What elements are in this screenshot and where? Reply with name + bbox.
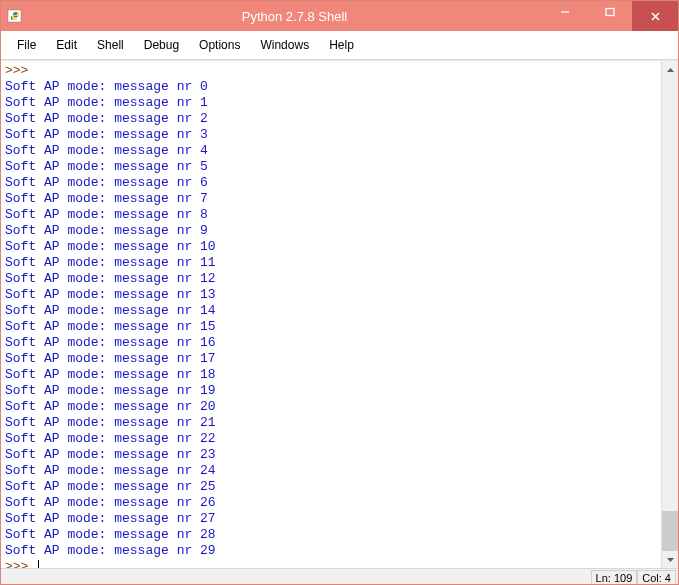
output-line: Soft AP mode: message nr 9 bbox=[5, 223, 208, 238]
maximize-button[interactable] bbox=[587, 1, 632, 22]
output-line: Soft AP mode: message nr 0 bbox=[5, 79, 208, 94]
output-line: Soft AP mode: message nr 26 bbox=[5, 495, 216, 510]
python-idle-icon bbox=[7, 8, 23, 24]
output-line: Soft AP mode: message nr 13 bbox=[5, 287, 216, 302]
output-line: Soft AP mode: message nr 2 bbox=[5, 111, 208, 126]
text-cursor bbox=[38, 560, 39, 568]
menu-file[interactable]: File bbox=[7, 35, 46, 55]
window-title: Python 2.7.8 Shell bbox=[47, 9, 542, 24]
output-line: Soft AP mode: message nr 28 bbox=[5, 527, 216, 542]
menu-windows[interactable]: Windows bbox=[250, 35, 319, 55]
scroll-thumb[interactable] bbox=[662, 511, 678, 551]
output-line: Soft AP mode: message nr 11 bbox=[5, 255, 216, 270]
output-line: Soft AP mode: message nr 24 bbox=[5, 463, 216, 478]
menu-options[interactable]: Options bbox=[189, 35, 250, 55]
prompt: >>> bbox=[5, 63, 28, 78]
svg-point-1 bbox=[13, 12, 14, 13]
output-line: Soft AP mode: message nr 3 bbox=[5, 127, 208, 142]
window-controls bbox=[542, 1, 678, 31]
output-line: Soft AP mode: message nr 17 bbox=[5, 351, 216, 366]
output-line: Soft AP mode: message nr 21 bbox=[5, 415, 216, 430]
menu-edit[interactable]: Edit bbox=[46, 35, 87, 55]
content-area: >>> Soft AP mode: message nr 0 Soft AP m… bbox=[1, 60, 678, 568]
svg-rect-4 bbox=[606, 8, 614, 15]
scroll-track[interactable] bbox=[662, 78, 678, 551]
svg-point-2 bbox=[15, 18, 16, 19]
output-line: Soft AP mode: message nr 27 bbox=[5, 511, 216, 526]
output-line: Soft AP mode: message nr 8 bbox=[5, 207, 208, 222]
shell-editor[interactable]: >>> Soft AP mode: message nr 0 Soft AP m… bbox=[1, 61, 661, 568]
output-line: Soft AP mode: message nr 20 bbox=[5, 399, 216, 414]
output-line: Soft AP mode: message nr 14 bbox=[5, 303, 216, 318]
output-line: Soft AP mode: message nr 1 bbox=[5, 95, 208, 110]
output-line: Soft AP mode: message nr 16 bbox=[5, 335, 216, 350]
status-col: Col: 4 bbox=[637, 570, 676, 585]
output-line: Soft AP mode: message nr 7 bbox=[5, 191, 208, 206]
scroll-down-button[interactable] bbox=[662, 551, 678, 568]
menubar: File Edit Shell Debug Options Windows He… bbox=[1, 31, 678, 60]
titlebar: Python 2.7.8 Shell bbox=[1, 1, 678, 31]
output-line: Soft AP mode: message nr 15 bbox=[5, 319, 216, 334]
menu-debug[interactable]: Debug bbox=[134, 35, 189, 55]
close-button[interactable] bbox=[632, 1, 678, 31]
output-line: Soft AP mode: message nr 22 bbox=[5, 431, 216, 446]
minimize-button[interactable] bbox=[542, 1, 587, 22]
output-line: Soft AP mode: message nr 18 bbox=[5, 367, 216, 382]
vertical-scrollbar[interactable] bbox=[661, 61, 678, 568]
status-line: Ln: 109 bbox=[591, 570, 638, 585]
output-line: Soft AP mode: message nr 23 bbox=[5, 447, 216, 462]
prompt: >>> bbox=[5, 559, 36, 568]
output-line: Soft AP mode: message nr 25 bbox=[5, 479, 216, 494]
menu-shell[interactable]: Shell bbox=[87, 35, 134, 55]
titlebar-left bbox=[7, 8, 47, 24]
output-line: Soft AP mode: message nr 4 bbox=[5, 143, 208, 158]
output-line: Soft AP mode: message nr 19 bbox=[5, 383, 216, 398]
output-line: Soft AP mode: message nr 6 bbox=[5, 175, 208, 190]
scroll-up-button[interactable] bbox=[662, 61, 678, 78]
output-line: Soft AP mode: message nr 10 bbox=[5, 239, 216, 254]
menu-help[interactable]: Help bbox=[319, 35, 364, 55]
output-line: Soft AP mode: message nr 29 bbox=[5, 543, 216, 558]
statusbar: Ln: 109Col: 4 bbox=[1, 568, 678, 585]
output-line: Soft AP mode: message nr 5 bbox=[5, 159, 208, 174]
output-line: Soft AP mode: message nr 12 bbox=[5, 271, 216, 286]
